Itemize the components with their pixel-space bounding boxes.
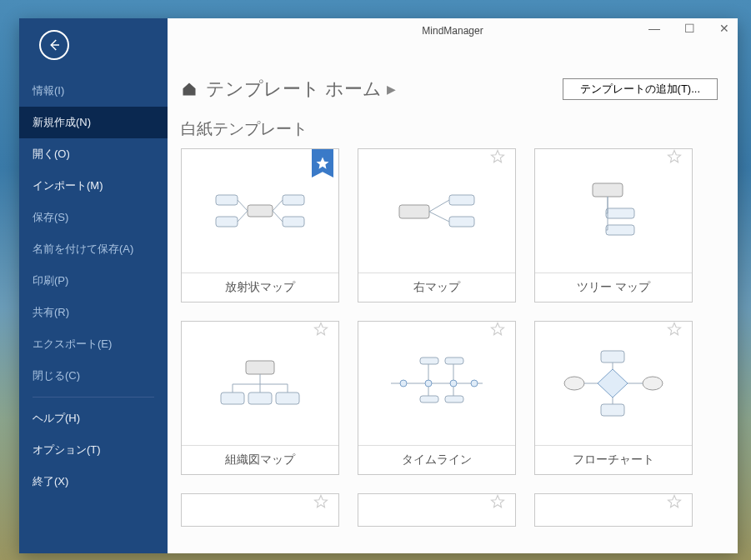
template-card-3[interactable]: 組織図マップ xyxy=(181,321,339,475)
star-icon xyxy=(313,494,328,509)
star-icon xyxy=(490,149,505,164)
star-icon xyxy=(490,494,505,509)
svg-marker-44 xyxy=(598,369,628,398)
svg-rect-10 xyxy=(449,195,474,205)
svg-point-34 xyxy=(471,380,478,387)
sidebar-item-8[interactable]: エクスポート(E) xyxy=(19,328,168,360)
sidebar-item-5[interactable]: 名前を付けて保存(A) xyxy=(19,233,168,265)
template-label: 右マップ xyxy=(358,272,515,302)
star-icon xyxy=(490,322,505,337)
flowchart-diagram-icon xyxy=(559,346,668,421)
sidebar-item-9[interactable]: 閉じる(C) xyxy=(19,360,168,392)
arrow-left-icon xyxy=(47,38,62,52)
star-icon xyxy=(667,494,682,509)
svg-rect-24 xyxy=(276,392,299,404)
favorite-toggle[interactable] xyxy=(490,494,510,519)
svg-rect-21 xyxy=(246,361,274,374)
template-label: 組織図マップ xyxy=(182,445,338,474)
chevron-right-icon: ▶ xyxy=(387,82,396,96)
template-card-partial[interactable] xyxy=(181,493,339,527)
add-template-button[interactable]: テンプレートの追加(T)... xyxy=(563,78,718,100)
titlebar: MindManager — ☐ ✕ xyxy=(168,18,738,43)
window-controls: — ☐ ✕ xyxy=(644,22,734,35)
svg-rect-23 xyxy=(248,392,272,404)
svg-rect-15 xyxy=(606,208,634,218)
minimize-button[interactable]: — xyxy=(644,22,664,35)
sidebar-item-2[interactable]: 開く(O) xyxy=(19,138,168,170)
star-icon xyxy=(667,149,682,164)
timeline-diagram-icon xyxy=(383,346,491,421)
svg-rect-36 xyxy=(445,358,463,364)
svg-rect-16 xyxy=(606,225,634,235)
favorite-toggle[interactable] xyxy=(313,494,333,519)
svg-rect-11 xyxy=(449,217,474,227)
svg-rect-47 xyxy=(601,404,624,416)
svg-rect-0 xyxy=(248,205,273,217)
template-card-0[interactable]: 放射状マップ xyxy=(181,148,339,302)
svg-rect-4 xyxy=(283,217,304,227)
favorite-toggle[interactable] xyxy=(667,494,687,519)
svg-point-31 xyxy=(400,380,407,387)
favorite-toggle[interactable] xyxy=(490,149,510,174)
template-label: ツリー マップ xyxy=(535,272,692,302)
home-icon[interactable] xyxy=(181,81,198,98)
sidebar-item-4[interactable]: 保存(S) xyxy=(19,202,168,233)
star-icon xyxy=(315,156,330,171)
template-card-5[interactable]: フローチャート xyxy=(534,321,693,475)
template-card-partial[interactable] xyxy=(358,493,516,527)
svg-line-8 xyxy=(273,211,283,222)
svg-point-45 xyxy=(564,377,584,390)
template-label: フローチャート xyxy=(535,445,692,474)
favorite-toggle[interactable] xyxy=(313,322,333,347)
svg-point-33 xyxy=(450,380,457,387)
svg-point-46 xyxy=(643,377,663,390)
template-card-2[interactable]: ツリー マップ xyxy=(534,148,693,302)
star-icon xyxy=(313,322,328,337)
sidebar-item-1[interactable]: 新規作成(N) xyxy=(19,107,168,138)
svg-rect-35 xyxy=(420,358,438,364)
close-button[interactable]: ✕ xyxy=(714,22,734,35)
svg-line-13 xyxy=(429,212,449,222)
sidebar-footer-item-0[interactable]: ヘルプ(H) xyxy=(19,402,168,434)
star-icon xyxy=(667,322,682,337)
sidebar-footer-item-2[interactable]: 終了(X) xyxy=(19,466,168,498)
svg-rect-38 xyxy=(445,396,463,402)
template-grid: 放射状マップ右マップツリー マップ組織図マップタイムラインフローチャート xyxy=(168,148,738,540)
template-card-partial[interactable] xyxy=(534,493,693,527)
sidebar-item-3[interactable]: インポート(M) xyxy=(19,170,168,202)
svg-rect-22 xyxy=(221,392,244,404)
favorite-toggle[interactable] xyxy=(490,322,510,347)
svg-rect-37 xyxy=(420,396,438,402)
svg-rect-9 xyxy=(399,205,429,218)
sidebar-item-7[interactable]: 共有(R) xyxy=(19,297,168,328)
svg-line-12 xyxy=(429,200,449,212)
org-diagram-icon xyxy=(206,346,314,421)
template-label: タイムライン xyxy=(358,445,515,474)
radial-diagram-icon xyxy=(206,173,314,248)
svg-line-6 xyxy=(238,211,248,222)
sidebar-divider xyxy=(33,397,154,398)
template-card-4[interactable]: タイムライン xyxy=(358,321,516,475)
svg-rect-2 xyxy=(216,217,238,227)
section-title: 白紙テンプレート xyxy=(168,112,738,148)
content-header: テンプレート ホーム ▶ テンプレートの追加(T)... xyxy=(168,43,738,112)
sidebar-footer-item-1[interactable]: オプション(T) xyxy=(19,434,168,466)
svg-rect-14 xyxy=(593,183,623,197)
svg-rect-43 xyxy=(601,351,624,362)
app-window: 情報(I)新規作成(N)開く(O)インポート(M)保存(S)名前を付けて保存(A… xyxy=(19,18,738,553)
right-diagram-icon xyxy=(383,173,491,248)
template-card-1[interactable]: 右マップ xyxy=(358,148,516,302)
sidebar-item-0[interactable]: 情報(I) xyxy=(19,75,168,107)
breadcrumb-label: テンプレート ホーム xyxy=(206,77,382,102)
template-label: 放射状マップ xyxy=(182,272,338,302)
tree-diagram-icon xyxy=(559,173,668,248)
back-button[interactable] xyxy=(39,30,69,60)
favorite-toggle[interactable] xyxy=(667,322,687,347)
sidebar-item-6[interactable]: 印刷(P) xyxy=(19,265,168,297)
breadcrumb: テンプレート ホーム ▶ xyxy=(206,77,554,102)
favorite-toggle[interactable] xyxy=(667,149,687,174)
svg-line-5 xyxy=(238,200,248,211)
maximize-button[interactable]: ☐ xyxy=(679,22,699,35)
main-area: MindManager — ☐ ✕ テンプレート ホーム ▶ テンプレートの追加… xyxy=(168,18,738,553)
app-title: MindManager xyxy=(422,25,483,37)
